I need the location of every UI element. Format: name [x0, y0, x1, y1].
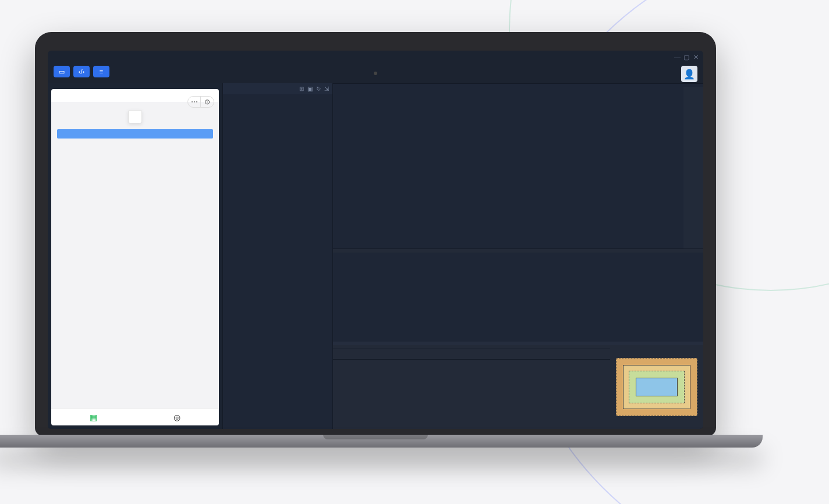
refresh-icon[interactable]: ↻ — [316, 86, 321, 92]
minimize-icon[interactable]: — — [674, 54, 680, 61]
tab-api[interactable]: ◎ — [135, 409, 219, 425]
tab-components[interactable]: ▦ — [51, 409, 135, 425]
camera-dot — [374, 72, 377, 75]
simulator-panel: ⋯⊙ ▦ ◎ — [48, 83, 222, 429]
box-content — [636, 378, 678, 396]
app-tabbar: ▦ ◎ — [51, 409, 219, 425]
styles-filter-input[interactable] — [338, 351, 605, 357]
styles-tabs — [333, 345, 610, 349]
new-folder-icon[interactable]: ▣ — [307, 86, 313, 92]
maximize-icon[interactable]: ▢ — [683, 54, 689, 61]
laptop-frame: — ▢ ✕ ▭ ‹/› ≡ — [35, 32, 716, 448]
close-icon[interactable]: ✕ — [693, 54, 699, 61]
user-avatar[interactable]: 👤 — [681, 66, 697, 82]
app-title-bar: ⋯⊙ — [51, 94, 219, 102]
inspect-tooltip — [128, 110, 142, 123]
new-file-icon[interactable]: ⊞ — [299, 86, 304, 92]
file-explorer: ⊞ ▣ ↻ ⇲ — [222, 83, 333, 429]
css-rules[interactable] — [333, 360, 610, 430]
laptop-base — [0, 435, 763, 448]
box-model — [610, 345, 703, 430]
editor-area — [333, 83, 703, 429]
phone-statusbar — [51, 89, 219, 94]
dom-tree[interactable] — [333, 253, 703, 342]
mode-simulator-button[interactable]: ▭ — [54, 66, 70, 77]
app-screen: — ▢ ✕ ▭ ‹/› ≡ — [48, 51, 703, 429]
minimap[interactable] — [683, 87, 703, 249]
collapse-icon[interactable]: ⇲ — [324, 86, 329, 92]
code-editor[interactable] — [333, 87, 703, 249]
mode-editor-button[interactable]: ‹/› — [73, 66, 90, 77]
mode-debugger-button[interactable]: ≡ — [93, 66, 109, 77]
capsule-menu[interactable]: ⋯⊙ — [187, 96, 214, 108]
devtools — [333, 249, 703, 429]
highlighted-element[interactable] — [57, 129, 213, 139]
phone-preview: ⋯⊙ ▦ ◎ — [51, 89, 219, 425]
menubar: — ▢ ✕ — [48, 51, 703, 63]
